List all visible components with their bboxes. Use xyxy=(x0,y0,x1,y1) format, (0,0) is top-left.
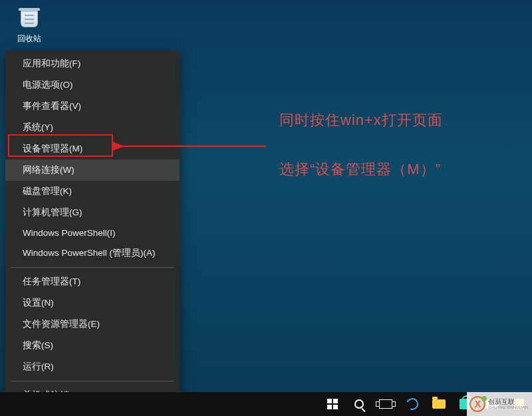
windows-start-icon xyxy=(327,399,338,409)
taskbar-file-explorer[interactable] xyxy=(426,392,452,416)
task-view-icon xyxy=(379,399,392,409)
menu-computer-management[interactable]: 计算机管理(G) xyxy=(5,202,180,223)
menu-separator xyxy=(11,381,174,381)
recycle-bin[interactable]: 回收站 xyxy=(9,5,49,45)
menu-search[interactable]: 搜索(S) xyxy=(5,335,180,356)
menu-powershell-admin[interactable]: Windows PowerShell (管理员)(A) xyxy=(5,243,180,264)
taskbar-search-button[interactable] xyxy=(346,392,372,416)
watermark-logo-icon: X xyxy=(469,396,485,412)
taskbar-taskview-button[interactable] xyxy=(372,392,399,416)
folder-icon xyxy=(432,399,446,409)
menu-apps-features[interactable]: 应用和功能(F) xyxy=(5,53,180,74)
annotation-text-2: 选择“设备管理器（M）” xyxy=(279,159,441,179)
taskbar-edge[interactable] xyxy=(399,392,426,416)
menu-event-viewer[interactable]: 事件查看器(V) xyxy=(5,96,180,117)
image-watermark: X 创新互联 CHUANG XINHULIAN xyxy=(467,392,532,416)
recycle-bin-icon xyxy=(16,5,43,32)
winx-context-menu: 应用和功能(F) 电源选项(O) 事件查看器(V) 系统(Y) 设备管理器(M)… xyxy=(5,51,180,413)
annotation-text-1: 同时按住win+x打开页面 xyxy=(279,110,443,130)
menu-device-manager[interactable]: 设备管理器(M) xyxy=(5,138,180,159)
desktop: 回收站 应用和功能(F) 电源选项(O) 事件查看器(V) 系统(Y) 设备管理… xyxy=(0,0,532,416)
menu-file-explorer[interactable]: 文件资源管理器(E) xyxy=(5,314,180,335)
menu-power-options[interactable]: 电源选项(O) xyxy=(5,74,180,96)
menu-disk-management[interactable]: 磁盘管理(K) xyxy=(5,181,180,202)
menu-system[interactable]: 系统(Y) xyxy=(5,117,180,138)
watermark-text: 创新互联 xyxy=(488,399,528,405)
menu-powershell[interactable]: Windows PowerShell(I) xyxy=(5,223,180,243)
menu-settings[interactable]: 设置(N) xyxy=(5,292,180,314)
taskbar-start-button[interactable] xyxy=(319,392,346,416)
edge-icon xyxy=(404,396,420,412)
menu-separator xyxy=(11,267,174,268)
menu-task-manager[interactable]: 任务管理器(T) xyxy=(5,271,180,292)
search-icon xyxy=(354,399,364,409)
menu-network-connections[interactable]: 网络连接(W) xyxy=(5,159,180,181)
recycle-bin-label: 回收站 xyxy=(9,33,49,45)
taskbar: X 创新互联 CHUANG XINHULIAN xyxy=(0,392,532,416)
watermark-subtext: CHUANG XINHULIAN xyxy=(488,405,528,409)
menu-run[interactable]: 运行(R) xyxy=(5,356,180,377)
